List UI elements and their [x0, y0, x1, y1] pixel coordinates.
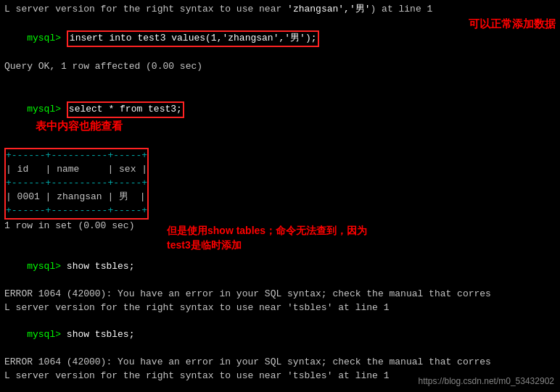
select-cmd-box: select * from test3; [67, 101, 184, 118]
line-5: mysql> select * from test3; 表中内容也能查看 [4, 88, 556, 148]
table-row-1: | 0001 | zhangsan | 男 | [6, 191, 147, 204]
show-tsbles-2: mysql> show tsbles; [4, 315, 556, 356]
terminal: L server version for the right syntax to… [0, 0, 560, 392]
error-1b: L server version for the right syntax to… [4, 301, 556, 315]
error-1: ERROR 1064 (42000): You have an error in… [4, 288, 556, 301]
watermark: https://blog.csdn.net/m0_53432902 [419, 376, 554, 386]
table-border-top: +------+----------+-----+ [6, 149, 147, 163]
error-2: ERROR 1064 (42000): You have an error in… [4, 356, 556, 370]
annotation-show-tables: 但是使用show tables；命令无法查到，因为 [167, 225, 367, 238]
table-border-mid: +------+----------+-----+ [6, 177, 147, 191]
annotation-table-view: 表中内容也能查看 [36, 120, 123, 132]
annotation-show-tables2: test3是临时添加 [167, 239, 242, 252]
table-header: | id | name | sex | [6, 163, 147, 177]
select-table-box: +------+----------+-----+ | id | name | … [4, 148, 149, 219]
insert-cmd-box: insert into test3 values(1,'zhangsan','男… [67, 30, 320, 47]
line-3: Query OK, 1 row affected (0.00 sec) [4, 60, 556, 74]
insert-cmd: insert into test3 values(1,'zhangsan','男… [70, 33, 317, 43]
line-empty1 [4, 74, 556, 88]
table-border-bot: +------+----------+-----+ [6, 204, 147, 218]
line-1: L server version for the right syntax to… [4, 3, 556, 17]
annotation-add-data: 可以正常添加数据 [469, 17, 556, 31]
show-tsbles-1: mysql> show tsbles; [4, 246, 556, 288]
prompt: mysql> [27, 33, 67, 43]
